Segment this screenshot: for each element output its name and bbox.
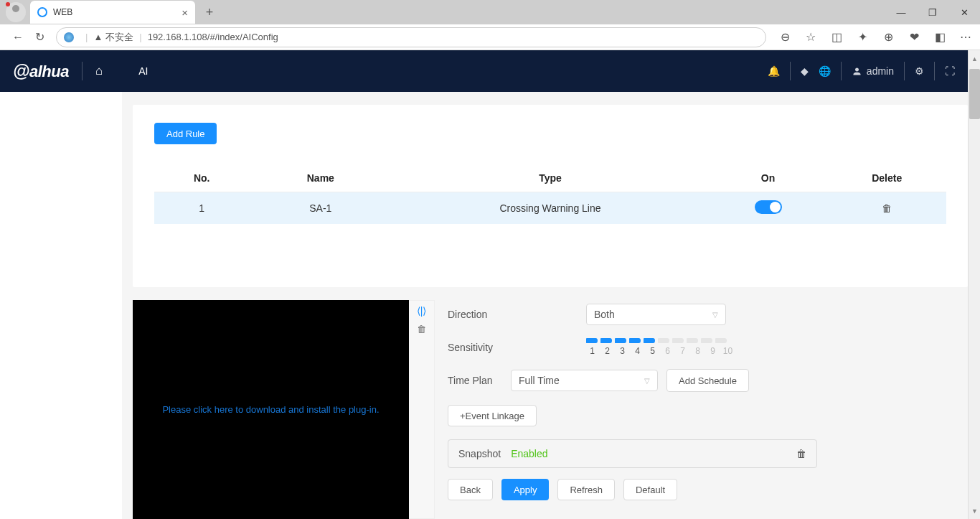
col-on: On [709, 164, 828, 192]
bell-icon[interactable]: 🔔 [768, 65, 780, 77]
snapshot-label: Snapshot [458, 448, 501, 459]
new-tab-button[interactable]: + [199, 2, 220, 22]
direction-label: Direction [448, 309, 516, 320]
sensitivity-slider[interactable]: 12345 678910 [586, 338, 734, 356]
default-button[interactable]: Default [623, 479, 677, 500]
content-area: Add Rule No. Name Type On Delete 1 SA-1 [122, 92, 968, 519]
close-window-button[interactable]: ✕ [948, 1, 980, 23]
plugin-download-link[interactable]: Please click here to download and instal… [162, 404, 379, 415]
col-name: Name [249, 164, 392, 192]
minimize-button[interactable]: — [885, 1, 917, 23]
snapshot-linkage[interactable]: Snapshot Enabled 🗑 [448, 439, 817, 468]
rule-on-toggle[interactable] [755, 200, 782, 214]
performance-icon[interactable]: ❤ [907, 30, 921, 44]
page-scrollbar[interactable]: ▲ ▼ [968, 50, 980, 519]
url-text: 192.168.1.108/#/index/AIConfig [148, 32, 278, 42]
extension-icon[interactable]: ◧ [933, 30, 947, 44]
add-rule-button[interactable]: Add Rule [154, 123, 217, 144]
draw-line-icon[interactable]: ⟨|⟩ [417, 305, 427, 317]
insecure-icon: ▲ [93, 32, 103, 42]
favorite-icon[interactable]: ☆ [804, 30, 818, 44]
direction-value: Both [594, 309, 615, 320]
tab-strip: WEB × + — ❐ ✕ [0, 0, 980, 24]
table-row[interactable]: 1 SA-1 Crossing Warning Line 🗑 [154, 192, 946, 225]
snapshot-delete-icon[interactable]: 🗑 [796, 448, 806, 459]
chevron-down-icon: ▽ [712, 311, 718, 319]
timeplan-value: Full Time [519, 375, 560, 386]
snapshot-status: Enabled [511, 448, 547, 459]
cell-no: 1 [154, 192, 249, 225]
col-no: No. [154, 164, 249, 192]
refresh-button[interactable]: Refresh [557, 479, 615, 500]
timeplan-label: Time Plan [448, 375, 511, 386]
window-controls: — ❐ ✕ [885, 1, 980, 23]
zoom-icon[interactable]: ⊖ [778, 30, 792, 44]
ie-mode-icon [64, 32, 74, 42]
refresh-nav-button[interactable]: ↻ [29, 27, 50, 48]
insecure-label: 不安全 [105, 31, 133, 44]
rules-table: No. Name Type On Delete 1 SA-1 Crossing … [154, 164, 946, 224]
timeplan-select[interactable]: Full Time ▽ [511, 370, 658, 391]
sensitivity-label: Sensitivity [448, 342, 516, 353]
user-menu[interactable]: admin [852, 65, 894, 77]
delete-row-icon[interactable]: 🗑 [882, 202, 892, 214]
back-nav-button[interactable]: ← [7, 27, 29, 48]
add-schedule-button[interactable]: Add Schedule [666, 369, 749, 392]
maximize-button[interactable]: ❐ [917, 1, 948, 23]
tab-close-icon[interactable]: × [182, 6, 188, 19]
address-bar[interactable]: | ▲ 不安全 | 192.168.1.108/#/index/AIConfig [56, 27, 766, 47]
browser-tab[interactable]: WEB × [30, 1, 195, 24]
tab-title: WEB [53, 7, 72, 17]
fullscreen-icon[interactable]: ⛶ [945, 65, 955, 77]
username: admin [867, 65, 894, 77]
app-header: @alhua ⌂ AI 🔔 ◆ 🌐 admin ⚙ ⛶ [0, 50, 968, 92]
globe-icon[interactable]: 🌐 [819, 65, 831, 77]
tab-favicon [37, 7, 47, 17]
browser-chrome: WEB × + — ❐ ✕ ← ↻ | ▲ 不安全 | 192.168.1.10… [0, 0, 980, 50]
col-type: Type [392, 164, 709, 192]
home-icon[interactable]: ⌂ [95, 64, 103, 78]
cell-name: SA-1 [249, 192, 392, 225]
plugin-icon[interactable]: ◆ [801, 65, 809, 77]
direction-select[interactable]: Both ▽ [586, 304, 726, 325]
preview-tools: ⟨|⟩ 🗑 [409, 300, 435, 519]
nav-ai[interactable]: AI [138, 65, 148, 77]
event-linkage-button[interactable]: +Event Linkage [448, 405, 537, 426]
split-icon[interactable]: ◫ [829, 30, 844, 44]
brand-logo: @alhua [13, 61, 69, 81]
cell-type: Crossing Warning Line [392, 192, 709, 225]
left-sidebar [0, 92, 122, 519]
apply-button[interactable]: Apply [501, 479, 550, 500]
delete-draw-icon[interactable]: 🗑 [417, 324, 426, 335]
profile-avatar[interactable] [6, 2, 26, 22]
address-bar-row: ← ↻ | ▲ 不安全 | 192.168.1.108/#/index/AICo… [0, 24, 980, 50]
app-viewport: @alhua ⌂ AI 🔔 ◆ 🌐 admin ⚙ ⛶ Add Rule [0, 50, 980, 519]
chevron-down-icon: ▽ [644, 377, 650, 385]
more-icon[interactable]: ⋯ [958, 30, 973, 44]
gear-icon[interactable]: ⚙ [915, 65, 924, 77]
back-button[interactable]: Back [448, 479, 493, 500]
rule-config: Direction Both ▽ Sensitivity 12 [435, 300, 968, 519]
collections-icon[interactable]: ⊕ [881, 30, 895, 44]
video-preview: Please click here to download and instal… [133, 300, 409, 519]
col-delete: Delete [827, 164, 946, 192]
favorites-bar-icon[interactable]: ✦ [855, 30, 870, 44]
